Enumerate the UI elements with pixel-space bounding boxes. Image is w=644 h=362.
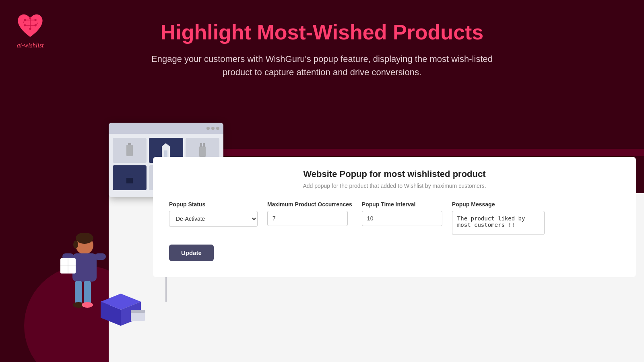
time-interval-group: Popup Time Interval: [362, 201, 442, 226]
product-thumb-4: [113, 165, 147, 190]
browser-dot-1: [206, 127, 210, 130]
form-row: Popup Status De-Activate Activate Maximu…: [169, 201, 620, 235]
browser-titlebar: [109, 123, 223, 134]
svg-rect-30: [84, 281, 91, 305]
message-label: Popup Message: [452, 201, 620, 208]
svg-rect-14: [199, 146, 206, 157]
form-description: Add popup for the product that added to …: [169, 183, 620, 189]
max-occurrences-group: Maximum Product Occurrences: [267, 201, 352, 226]
svg-rect-29: [75, 281, 82, 305]
max-occurrences-label: Maximum Product Occurrences: [267, 201, 352, 208]
product-thumb-1: [113, 138, 147, 163]
svg-point-32: [82, 302, 93, 308]
message-textarea[interactable]: The product liked by most customers !!: [452, 211, 545, 235]
page-title: Highlight Most-Wished Products: [0, 20, 644, 44]
form-title: Website Popup for most wishlisted produc…: [169, 169, 620, 179]
browser-dots: [206, 127, 219, 130]
page-subtitle: Engage your customers with WishGuru's po…: [141, 52, 503, 79]
svg-rect-16: [203, 143, 205, 147]
svg-rect-28: [95, 253, 106, 260]
update-button[interactable]: Update: [169, 245, 214, 261]
popup-status-group: Popup Status De-Activate Activate: [169, 201, 258, 227]
cube-illustration: [97, 290, 145, 330]
svg-point-25: [73, 241, 78, 249]
browser-dot-2: [211, 127, 215, 130]
message-group: Popup Message The product liked by most …: [452, 201, 620, 235]
popup-status-label: Popup Status: [169, 201, 258, 208]
time-interval-label: Popup Time Interval: [362, 201, 442, 208]
time-interval-input[interactable]: [362, 211, 442, 226]
svg-rect-17: [126, 178, 133, 183]
max-occurrences-input[interactable]: [267, 211, 348, 226]
browser-dot-3: [216, 127, 219, 130]
header-section: Highlight Most-Wished Products Engage yo…: [0, 0, 644, 79]
svg-rect-40: [131, 310, 145, 313]
form-section: Website Popup for most wishlisted produc…: [153, 157, 636, 277]
svg-rect-11: [128, 143, 131, 145]
svg-rect-26: [72, 253, 97, 282]
svg-rect-15: [200, 143, 202, 147]
popup-status-select[interactable]: De-Activate Activate: [169, 211, 258, 227]
svg-rect-12: [126, 145, 133, 156]
